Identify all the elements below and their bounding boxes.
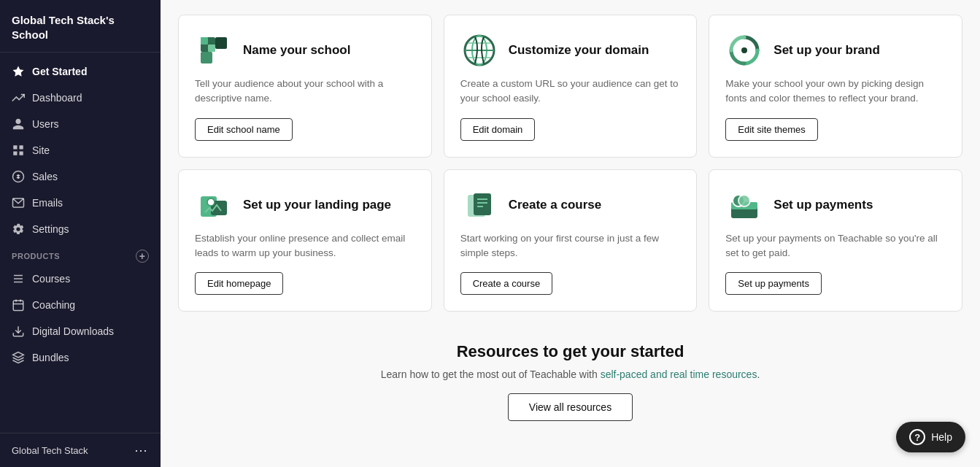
sidebar-item-bundles[interactable]: Bundles — [0, 344, 161, 371]
add-product-button[interactable]: + — [136, 250, 149, 263]
card-set-up-payments: Set up payments Set up your payments on … — [709, 169, 962, 312]
sidebar-item-users[interactable]: Users — [0, 111, 161, 137]
sidebar-item-digital-downloads[interactable]: Digital Downloads — [0, 318, 161, 344]
sidebar-item-sales[interactable]: Sales — [0, 163, 161, 190]
card-set-up-brand: Set up your brand Make your school your … — [709, 15, 962, 158]
products-header: PRODUCTS+ — [0, 242, 161, 266]
card-desc-set-up-payments: Set up your payments on Teachable so you… — [725, 231, 946, 261]
svg-rect-17 — [201, 37, 208, 45]
card-icon-landing-page — [195, 186, 233, 224]
sidebar-item-label-bundles: Bundles — [32, 352, 69, 363]
sidebar-item-get-started[interactable]: Get Started — [0, 58, 161, 85]
resources-desc-link[interactable]: self-paced and real time resources — [601, 368, 757, 380]
products-label: PRODUCTS — [12, 252, 60, 260]
sidebar-item-coaching[interactable]: Coaching — [0, 292, 161, 318]
card-desc-landing-page: Establish your online presence and colle… — [195, 231, 415, 261]
card-icon-set-up-brand — [725, 31, 763, 69]
card-landing-page: Set up your landing page Establish your … — [178, 169, 432, 312]
sidebar-item-label-dashboard: Dashboard — [32, 92, 82, 104]
card-top-create-course: Create a course — [460, 186, 681, 224]
sidebar-item-label-digital-downloads: Digital Downloads — [32, 325, 114, 337]
resources-section: Resources to get your started Learn how … — [178, 335, 962, 436]
sidebar-nav: Get StartedDashboardUsersSiteSalesEmails… — [0, 53, 161, 433]
card-title-name-school: Name your school — [243, 43, 350, 58]
sidebar-item-emails[interactable]: Emails — [0, 190, 161, 216]
card-title-customize-domain: Customize your domain — [509, 43, 649, 58]
card-create-course: Create a course Start working on your fi… — [444, 169, 698, 312]
trending-up-icon — [12, 91, 25, 104]
sidebar-item-label-courses: Courses — [32, 273, 70, 285]
view-all-resources-button[interactable]: View all resources — [508, 393, 633, 421]
sidebar-item-label-settings: Settings — [32, 223, 69, 235]
bars-icon — [12, 272, 25, 285]
card-title-landing-page: Set up your landing page — [243, 198, 391, 212]
card-top-set-up-payments: Set up payments — [725, 186, 946, 224]
grid-icon — [12, 144, 25, 157]
svg-rect-18 — [208, 45, 215, 52]
download-icon — [12, 325, 25, 338]
gear-icon — [12, 223, 25, 236]
svg-rect-10 — [13, 301, 23, 311]
card-customize-domain: Customize your domain Create a custom UR… — [444, 15, 698, 158]
cards-grid: Name your school Tell your audience abou… — [178, 15, 962, 312]
svg-rect-31 — [474, 193, 491, 215]
card-title-create-course: Create a course — [509, 198, 602, 212]
card-desc-name-school: Tell your audience about your school wit… — [195, 77, 415, 107]
main-content: Name your school Tell your audience abou… — [161, 0, 980, 467]
card-btn-name-school[interactable]: Edit school name — [195, 118, 293, 141]
layers-icon — [12, 351, 25, 364]
sidebar-options-button[interactable]: ⋯ — [134, 442, 149, 458]
sidebar-footer-label: Global Tech Stack — [12, 445, 88, 456]
card-btn-create-course[interactable]: Create a course — [460, 272, 553, 295]
card-top-customize-domain: Customize your domain — [460, 31, 681, 69]
card-btn-landing-page[interactable]: Edit homepage — [195, 272, 283, 295]
card-icon-customize-domain — [460, 31, 498, 69]
svg-rect-2 — [13, 152, 17, 155]
star-icon — [12, 65, 25, 78]
sidebar-item-dashboard[interactable]: Dashboard — [0, 85, 161, 111]
svg-point-29 — [207, 198, 215, 206]
help-label: Help — [931, 431, 952, 443]
card-icon-create-course — [460, 186, 498, 224]
sidebar-item-label-site: Site — [32, 144, 50, 156]
card-desc-customize-domain: Create a custom URL so your audience can… — [460, 77, 681, 107]
svg-rect-1 — [20, 145, 23, 149]
help-button[interactable]: ? Help — [896, 422, 965, 452]
resources-desc-end: . — [757, 368, 760, 380]
svg-rect-0 — [13, 145, 17, 149]
card-title-set-up-brand: Set up your brand — [773, 43, 879, 58]
svg-rect-19 — [215, 37, 227, 49]
sidebar-item-label-get-started: Get Started — [32, 66, 87, 77]
resources-desc-plain: Learn how to get the most out of Teachab… — [381, 368, 601, 380]
sidebar-school-name: Global Tech Stack's School — [0, 0, 161, 53]
card-btn-customize-domain[interactable]: Edit domain — [460, 118, 536, 141]
sidebar-item-label-coaching: Coaching — [32, 299, 75, 311]
sidebar-item-label-sales: Sales — [32, 171, 58, 182]
card-top-landing-page: Set up your landing page — [195, 186, 415, 224]
card-desc-create-course: Start working on your first course in ju… — [460, 231, 681, 261]
sidebar-item-label-emails: Emails — [32, 197, 63, 209]
sidebar-item-site[interactable]: Site — [0, 137, 161, 163]
card-icon-set-up-payments — [725, 186, 763, 224]
card-btn-set-up-payments[interactable]: Set up payments — [725, 272, 822, 295]
help-icon: ? — [909, 429, 925, 445]
card-top-name-school: Name your school — [195, 31, 415, 69]
sidebar-item-settings[interactable]: Settings — [0, 216, 161, 242]
resources-desc: Learn how to get the most out of Teachab… — [178, 368, 962, 380]
svg-point-38 — [738, 195, 750, 207]
calendar-icon — [12, 298, 25, 312]
sidebar-item-label-users: Users — [32, 118, 59, 130]
sidebar: Global Tech Stack's School Get StartedDa… — [0, 0, 161, 467]
sidebar-item-courses[interactable]: Courses — [0, 266, 161, 292]
svg-point-26 — [741, 47, 747, 53]
card-desc-set-up-brand: Make your school your own by picking des… — [725, 77, 946, 107]
mail-icon — [12, 196, 25, 209]
card-icon-name-school — [195, 31, 233, 69]
resources-title: Resources to get your started — [178, 342, 962, 361]
dollar-icon — [12, 170, 25, 183]
card-top-set-up-brand: Set up your brand — [725, 31, 946, 69]
svg-rect-20 — [201, 52, 212, 63]
card-btn-set-up-brand[interactable]: Edit site themes — [725, 118, 818, 141]
card-name-school: Name your school Tell your audience abou… — [178, 15, 432, 158]
sidebar-footer: Global Tech Stack ⋯ — [0, 433, 161, 467]
